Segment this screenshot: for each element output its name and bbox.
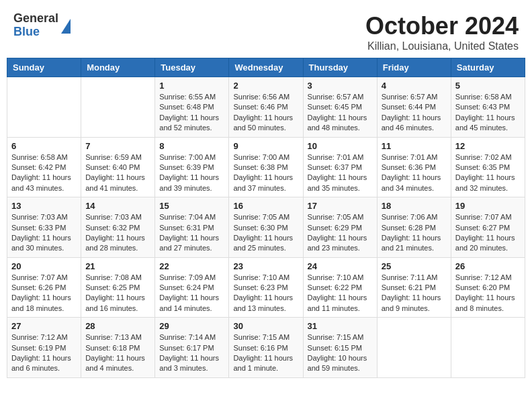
day-number: 22 xyxy=(159,261,224,271)
day-number: 16 xyxy=(233,201,298,211)
day-detail: Sunrise: 7:13 AMSunset: 6:18 PMDaylight:… xyxy=(85,332,150,374)
day-number: 8 xyxy=(159,141,224,151)
day-number: 14 xyxy=(85,201,150,211)
day-detail: Sunrise: 6:58 AMSunset: 6:42 PMDaylight:… xyxy=(11,152,77,194)
calendar-cell xyxy=(7,77,81,138)
header-wednesday: Wednesday xyxy=(229,58,303,77)
calendar-cell: 29Sunrise: 7:14 AMSunset: 6:17 PMDayligh… xyxy=(155,318,229,378)
calendar-cell: 28Sunrise: 7:13 AMSunset: 6:18 PMDayligh… xyxy=(81,318,155,378)
header-friday: Friday xyxy=(377,58,451,77)
day-number: 19 xyxy=(455,201,521,211)
title-block: October 2024 Killian, Louisiana, United … xyxy=(365,12,519,52)
calendar-table: SundayMondayTuesdayWednesdayThursdayFrid… xyxy=(7,58,525,378)
header-saturday: Saturday xyxy=(451,58,525,77)
calendar-cell: 21Sunrise: 7:08 AMSunset: 6:25 PMDayligh… xyxy=(81,257,155,318)
day-number: 10 xyxy=(308,141,373,151)
calendar-cell: 30Sunrise: 7:15 AMSunset: 6:16 PMDayligh… xyxy=(229,318,303,378)
calendar-cell: 31Sunrise: 7:15 AMSunset: 6:15 PMDayligh… xyxy=(303,318,377,378)
day-detail: Sunrise: 7:14 AMSunset: 6:17 PMDaylight:… xyxy=(159,332,224,374)
day-number: 17 xyxy=(308,201,373,211)
day-number: 15 xyxy=(159,201,224,211)
day-number: 29 xyxy=(159,321,224,331)
day-detail: Sunrise: 7:02 AMSunset: 6:35 PMDaylight:… xyxy=(455,152,521,194)
calendar-cell: 12Sunrise: 7:02 AMSunset: 6:35 PMDayligh… xyxy=(451,137,525,197)
calendar-cell xyxy=(377,318,451,378)
day-number: 31 xyxy=(308,321,373,331)
header-row: SundayMondayTuesdayWednesdayThursdayFrid… xyxy=(7,58,525,77)
day-number: 12 xyxy=(455,141,521,151)
header-tuesday: Tuesday xyxy=(155,58,229,77)
day-detail: Sunrise: 7:15 AMSunset: 6:15 PMDaylight:… xyxy=(308,332,373,374)
day-detail: Sunrise: 7:00 AMSunset: 6:39 PMDaylight:… xyxy=(159,152,224,194)
calendar-week-2: 6Sunrise: 6:58 AMSunset: 6:42 PMDaylight… xyxy=(7,137,525,197)
calendar-cell: 15Sunrise: 7:04 AMSunset: 6:31 PMDayligh… xyxy=(155,197,229,258)
day-detail: Sunrise: 7:05 AMSunset: 6:30 PMDaylight:… xyxy=(233,212,298,254)
calendar-cell: 18Sunrise: 7:06 AMSunset: 6:28 PMDayligh… xyxy=(377,197,451,258)
day-detail: Sunrise: 6:56 AMSunset: 6:46 PMDaylight:… xyxy=(233,92,298,134)
calendar-cell: 24Sunrise: 7:10 AMSunset: 6:22 PMDayligh… xyxy=(303,257,377,318)
day-detail: Sunrise: 7:11 AMSunset: 6:21 PMDaylight:… xyxy=(382,273,447,314)
calendar-cell: 27Sunrise: 7:12 AMSunset: 6:19 PMDayligh… xyxy=(7,318,81,378)
day-detail: Sunrise: 7:15 AMSunset: 6:16 PMDaylight:… xyxy=(233,332,298,374)
header-thursday: Thursday xyxy=(303,58,377,77)
logo-text: General Blue xyxy=(13,12,58,39)
day-number: 2 xyxy=(233,81,298,91)
day-detail: Sunrise: 7:07 AMSunset: 6:26 PMDaylight:… xyxy=(11,273,77,314)
calendar-cell: 22Sunrise: 7:09 AMSunset: 6:24 PMDayligh… xyxy=(155,257,229,318)
calendar-cell: 26Sunrise: 7:12 AMSunset: 6:20 PMDayligh… xyxy=(451,257,525,318)
day-number: 23 xyxy=(233,261,298,271)
calendar-cell: 4Sunrise: 6:57 AMSunset: 6:44 PMDaylight… xyxy=(377,77,451,138)
day-detail: Sunrise: 7:12 AMSunset: 6:19 PMDaylight:… xyxy=(11,332,77,374)
day-detail: Sunrise: 6:58 AMSunset: 6:43 PMDaylight:… xyxy=(455,92,521,134)
calendar-cell: 7Sunrise: 6:59 AMSunset: 6:40 PMDaylight… xyxy=(81,137,155,197)
day-number: 4 xyxy=(382,81,447,91)
day-number: 26 xyxy=(455,261,521,271)
calendar-cell: 8Sunrise: 7:00 AMSunset: 6:39 PMDaylight… xyxy=(155,137,229,197)
calendar-cell: 14Sunrise: 7:03 AMSunset: 6:32 PMDayligh… xyxy=(81,197,155,258)
day-number: 28 xyxy=(85,321,150,331)
day-detail: Sunrise: 7:04 AMSunset: 6:31 PMDaylight:… xyxy=(159,212,224,254)
calendar-cell: 13Sunrise: 7:03 AMSunset: 6:33 PMDayligh… xyxy=(7,197,81,258)
calendar-week-3: 13Sunrise: 7:03 AMSunset: 6:33 PMDayligh… xyxy=(7,197,525,258)
calendar-cell: 25Sunrise: 7:11 AMSunset: 6:21 PMDayligh… xyxy=(377,257,451,318)
calendar-week-5: 27Sunrise: 7:12 AMSunset: 6:19 PMDayligh… xyxy=(7,318,525,378)
header-monday: Monday xyxy=(81,58,155,77)
day-number: 3 xyxy=(308,81,373,91)
calendar-cell: 5Sunrise: 6:58 AMSunset: 6:43 PMDaylight… xyxy=(451,77,525,138)
calendar-body: 1Sunrise: 6:55 AMSunset: 6:48 PMDaylight… xyxy=(7,77,525,378)
day-detail: Sunrise: 7:01 AMSunset: 6:36 PMDaylight:… xyxy=(382,152,447,194)
day-detail: Sunrise: 7:07 AMSunset: 6:27 PMDaylight:… xyxy=(455,212,521,254)
day-detail: Sunrise: 7:06 AMSunset: 6:28 PMDaylight:… xyxy=(382,212,447,254)
calendar-cell: 11Sunrise: 7:01 AMSunset: 6:36 PMDayligh… xyxy=(377,137,451,197)
calendar-cell: 23Sunrise: 7:10 AMSunset: 6:23 PMDayligh… xyxy=(229,257,303,318)
day-detail: Sunrise: 7:01 AMSunset: 6:37 PMDaylight:… xyxy=(308,152,373,194)
day-detail: Sunrise: 7:03 AMSunset: 6:32 PMDaylight:… xyxy=(85,212,150,254)
calendar-cell: 19Sunrise: 7:07 AMSunset: 6:27 PMDayligh… xyxy=(451,197,525,258)
calendar-week-4: 20Sunrise: 7:07 AMSunset: 6:26 PMDayligh… xyxy=(7,257,525,318)
day-number: 30 xyxy=(233,321,298,331)
day-detail: Sunrise: 7:12 AMSunset: 6:20 PMDaylight:… xyxy=(455,273,521,314)
calendar-cell: 20Sunrise: 7:07 AMSunset: 6:26 PMDayligh… xyxy=(7,257,81,318)
day-number: 21 xyxy=(85,261,150,271)
day-number: 11 xyxy=(382,141,447,151)
calendar-cell: 10Sunrise: 7:01 AMSunset: 6:37 PMDayligh… xyxy=(303,137,377,197)
day-detail: Sunrise: 7:00 AMSunset: 6:38 PMDaylight:… xyxy=(233,152,298,194)
calendar-cell: 2Sunrise: 6:56 AMSunset: 6:46 PMDaylight… xyxy=(229,77,303,138)
day-detail: Sunrise: 7:05 AMSunset: 6:29 PMDaylight:… xyxy=(308,212,373,254)
day-number: 5 xyxy=(455,81,521,91)
day-number: 6 xyxy=(11,141,77,151)
day-detail: Sunrise: 7:10 AMSunset: 6:23 PMDaylight:… xyxy=(233,273,298,314)
day-detail: Sunrise: 6:55 AMSunset: 6:48 PMDaylight:… xyxy=(159,92,224,134)
calendar-cell xyxy=(451,318,525,378)
day-number: 7 xyxy=(85,141,150,151)
page-subtitle: Killian, Louisiana, United States xyxy=(365,40,519,52)
day-detail: Sunrise: 6:57 AMSunset: 6:45 PMDaylight:… xyxy=(308,92,373,134)
day-number: 1 xyxy=(159,81,224,91)
page-header: General Blue October 2024 Killian, Louis… xyxy=(7,7,525,55)
day-detail: Sunrise: 7:10 AMSunset: 6:22 PMDaylight:… xyxy=(308,273,373,314)
day-number: 25 xyxy=(382,261,447,271)
day-detail: Sunrise: 6:59 AMSunset: 6:40 PMDaylight:… xyxy=(85,152,150,194)
day-detail: Sunrise: 7:09 AMSunset: 6:24 PMDaylight:… xyxy=(159,273,224,314)
day-detail: Sunrise: 7:08 AMSunset: 6:25 PMDaylight:… xyxy=(85,273,150,314)
logo: General Blue xyxy=(13,12,71,39)
